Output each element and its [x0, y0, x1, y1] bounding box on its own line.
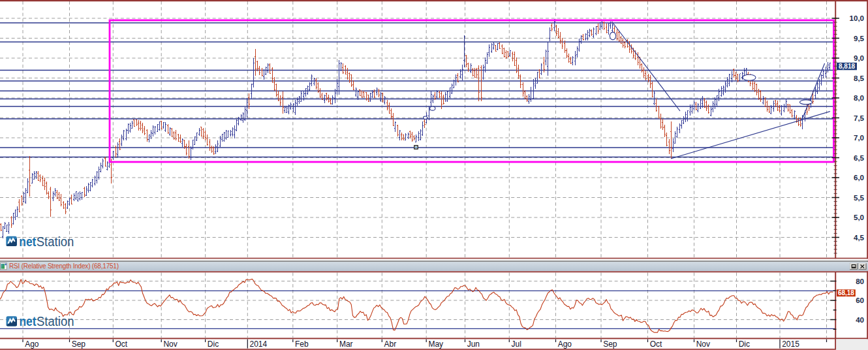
svg-text:Mar: Mar	[339, 340, 353, 349]
svg-text:6,5: 6,5	[854, 154, 865, 162]
svg-text:Jul: Jul	[512, 340, 521, 349]
svg-text:Abr: Abr	[384, 340, 397, 349]
svg-text:Nov: Nov	[696, 340, 710, 349]
svg-text:7,5: 7,5	[854, 114, 865, 122]
svg-text:10,0: 10,0	[850, 14, 864, 22]
svg-text:Nov: Nov	[163, 340, 177, 349]
svg-text:net: net	[19, 234, 36, 249]
svg-text:Dic: Dic	[739, 340, 750, 349]
svg-text:Sep: Sep	[603, 340, 617, 349]
svg-text:8,818: 8,818	[839, 63, 855, 70]
svg-text:Oct: Oct	[650, 340, 662, 349]
svg-text:Station: Station	[37, 314, 74, 328]
svg-text:Sep: Sep	[72, 340, 86, 349]
svg-text:68,18: 68,18	[838, 289, 854, 296]
svg-text:2014: 2014	[250, 340, 268, 349]
svg-text:net: net	[20, 314, 37, 328]
svg-text:8,0: 8,0	[854, 94, 864, 102]
svg-text:40: 40	[856, 316, 864, 324]
svg-text:Feb: Feb	[295, 340, 309, 349]
svg-text:6,0: 6,0	[854, 174, 864, 182]
svg-text:Station: Station	[37, 234, 74, 249]
svg-text:Ago: Ago	[25, 340, 39, 349]
svg-text:Dic: Dic	[208, 340, 219, 349]
svg-text:9,0: 9,0	[854, 54, 864, 62]
svg-text:5,0: 5,0	[854, 214, 864, 221]
svg-text:Jun: Jun	[467, 340, 480, 349]
svg-text:May: May	[428, 340, 443, 349]
svg-text:8,5: 8,5	[854, 74, 865, 82]
svg-text:RSI (Relative Strength Index): RSI (Relative Strength Index) (68,1751)	[9, 262, 119, 270]
svg-text:2015: 2015	[782, 340, 799, 349]
svg-text:60: 60	[856, 296, 864, 304]
svg-text:5,5: 5,5	[854, 194, 865, 202]
svg-text:7,0: 7,0	[854, 134, 864, 142]
svg-text:Oct: Oct	[116, 340, 128, 349]
svg-text:80: 80	[856, 278, 864, 285]
svg-text:Ago: Ago	[558, 340, 572, 349]
svg-text:4,5: 4,5	[854, 234, 865, 242]
svg-text:9,5: 9,5	[854, 35, 865, 42]
